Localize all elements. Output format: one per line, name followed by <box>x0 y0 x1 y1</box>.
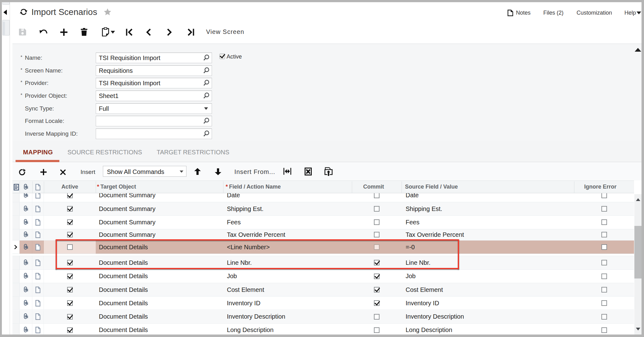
scrollbar-up-icon[interactable] <box>636 198 640 201</box>
attachment-cell[interactable] <box>20 241 32 254</box>
view-screen-button[interactable]: View Screen <box>206 28 244 35</box>
ignore-error-checkbox[interactable] <box>601 244 607 250</box>
active-checkbox[interactable] <box>219 54 225 60</box>
active-checkbox[interactable] <box>67 193 73 198</box>
ignore-error-checkbox[interactable] <box>601 206 607 212</box>
commit-checkbox[interactable] <box>374 260 380 265</box>
target-object-cell[interactable]: Document Summary <box>96 229 223 241</box>
attachment-icon[interactable] <box>24 300 28 307</box>
attachment-cell[interactable] <box>20 256 32 269</box>
attachment-cell[interactable] <box>20 216 32 229</box>
attachment-icon[interactable] <box>24 327 28 333</box>
attachment-icon[interactable] <box>24 273 28 279</box>
file-cell[interactable] <box>32 216 44 229</box>
attachment-cell[interactable] <box>20 297 32 310</box>
file-icon[interactable] <box>35 244 40 250</box>
row-gutter[interactable] <box>12 216 20 229</box>
field-action-name-cell[interactable]: Inventory Description <box>223 310 352 323</box>
target-object-cell[interactable]: Document Details <box>96 297 223 310</box>
attachment-icon[interactable] <box>24 206 28 212</box>
row-gutter[interactable] <box>12 241 20 254</box>
ignore-error-checkbox[interactable] <box>601 219 607 225</box>
row-gutter[interactable] <box>12 283 20 296</box>
row-gutter[interactable] <box>12 256 20 269</box>
file-icon[interactable] <box>35 300 40 307</box>
file-cell[interactable] <box>32 310 44 323</box>
file-cell[interactable] <box>32 241 44 254</box>
row-gutter[interactable] <box>12 297 20 310</box>
field-action-name-cell[interactable]: Job <box>223 270 352 283</box>
column-header-field-action-name[interactable]: *Field / Action Name <box>223 181 352 193</box>
grid-delete-row-button[interactable] <box>60 169 66 175</box>
active-checkbox[interactable] <box>67 327 73 333</box>
ignore-error-checkbox[interactable] <box>601 232 607 237</box>
attachment-cell[interactable] <box>20 283 32 296</box>
paste-caret-icon[interactable] <box>111 31 115 34</box>
files-link[interactable]: Files (2) <box>543 10 564 16</box>
move-row-down-button[interactable] <box>215 168 221 175</box>
delete-button[interactable] <box>80 28 88 36</box>
grid-scrollbar-thumb[interactable] <box>634 226 642 278</box>
file-icon[interactable] <box>35 206 40 212</box>
notes-link[interactable]: Notes <box>516 10 531 16</box>
file-icon[interactable] <box>35 273 40 279</box>
ignore-error-checkbox[interactable] <box>601 300 607 306</box>
attachment-icon[interactable] <box>24 287 28 293</box>
file-cell[interactable] <box>32 270 44 283</box>
commit-checkbox[interactable] <box>374 287 380 293</box>
next-record-button[interactable] <box>166 29 172 36</box>
field-action-name-cell[interactable]: Long Description <box>223 324 352 335</box>
source-field-value-cell[interactable]: Line Nbr. <box>402 256 574 269</box>
source-field-value-cell[interactable]: Shipping Est. <box>402 202 574 215</box>
fit-width-button[interactable] <box>283 168 291 175</box>
first-record-button[interactable] <box>126 29 133 36</box>
file-cell[interactable] <box>32 229 44 241</box>
target-object-cell[interactable]: Document Summary <box>96 216 223 229</box>
active-checkbox[interactable] <box>67 232 73 237</box>
attachment-column-icon[interactable] <box>24 184 28 190</box>
field-action-name-cell[interactable]: <Line Number> <box>223 241 352 254</box>
table-row[interactable]: Document Summary Fees Fees <box>12 216 634 229</box>
form-field[interactable] <box>96 116 212 126</box>
help-caret-icon[interactable] <box>637 12 641 14</box>
field-action-name-cell[interactable]: Inventory ID <box>223 297 352 310</box>
active-checkbox[interactable] <box>67 244 73 250</box>
file-cell[interactable] <box>32 283 44 296</box>
active-checkbox[interactable] <box>67 206 73 212</box>
table-row[interactable]: Document Details Inventory ID Inventory … <box>12 297 634 310</box>
paste-button[interactable] <box>101 27 110 36</box>
commit-checkbox[interactable] <box>374 232 380 237</box>
last-record-button[interactable] <box>187 29 194 36</box>
source-field-value-cell[interactable]: Inventory Description <box>402 310 574 323</box>
commit-checkbox[interactable] <box>374 327 380 333</box>
active-checkbox[interactable] <box>67 300 73 306</box>
source-field-value-cell[interactable]: Tax Override Percent <box>402 229 574 241</box>
attachment-cell[interactable] <box>20 324 32 335</box>
table-row[interactable]: Document Details Long Description Long D… <box>12 324 634 335</box>
lookup-magnifier-icon[interactable] <box>202 92 210 100</box>
attachment-icon[interactable] <box>24 244 28 250</box>
tab-mapping[interactable]: MAPPING <box>23 149 53 156</box>
move-row-up-button[interactable] <box>194 168 201 175</box>
file-cell[interactable] <box>32 202 44 215</box>
lookup-magnifier-icon[interactable] <box>202 79 210 87</box>
commit-checkbox[interactable] <box>374 300 380 306</box>
attachment-cell[interactable] <box>20 270 32 283</box>
file-cell[interactable] <box>32 324 44 335</box>
table-row[interactable]: Document Details Cost Element Cost Eleme… <box>12 283 634 297</box>
ignore-error-checkbox[interactable] <box>601 287 607 293</box>
scrollbar-down-icon[interactable] <box>636 328 640 330</box>
field-action-name-cell[interactable]: Fees <box>223 216 352 229</box>
insert-from-button[interactable]: Insert From... <box>234 168 275 176</box>
ignore-error-checkbox[interactable] <box>601 193 607 198</box>
ignore-error-checkbox[interactable] <box>601 327 607 333</box>
column-header-commit[interactable]: Commit <box>352 181 402 193</box>
collapsed-sidebar[interactable] <box>2 2 10 335</box>
target-object-cell[interactable]: Document Summary <box>96 202 223 215</box>
commit-checkbox[interactable] <box>374 314 380 320</box>
lookup-magnifier-icon[interactable] <box>202 54 210 62</box>
active-checkbox[interactable] <box>67 260 73 265</box>
collapse-form-icon[interactable] <box>635 48 641 52</box>
table-row[interactable]: Document Summary Tax Override Percent Ta… <box>12 229 634 241</box>
commit-checkbox[interactable] <box>374 193 380 198</box>
